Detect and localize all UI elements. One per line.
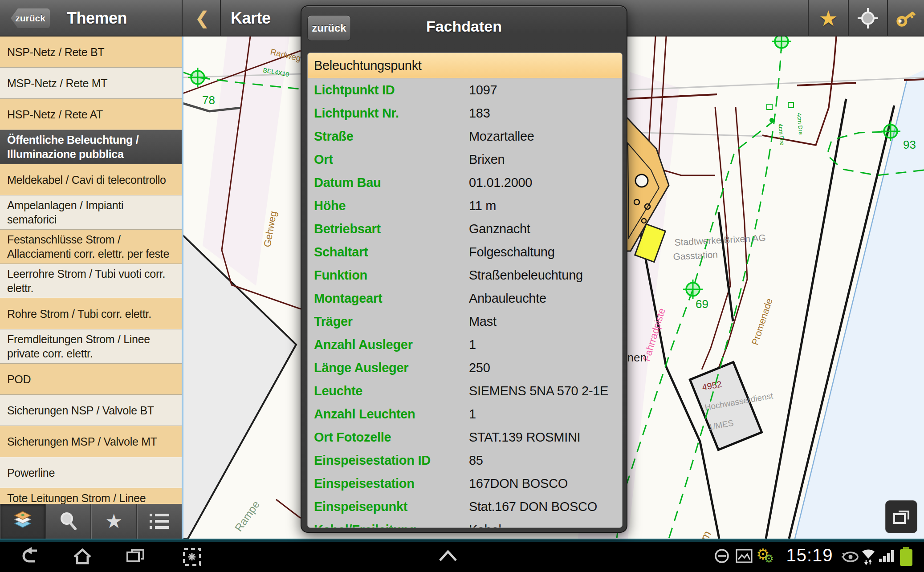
list-tab[interactable] (137, 504, 183, 539)
sidebar-item[interactable]: MSP-Netz / Rete MT (0, 68, 183, 99)
window-mode-button[interactable] (885, 500, 917, 533)
sidebar-item[interactable]: Sicherungen NSP / Valvole BT (0, 395, 183, 426)
map-label-78: 78 (202, 93, 215, 107)
attribute-value: Mast (469, 310, 497, 333)
attribute-value: Mozartallee (469, 125, 534, 148)
attribute-label: Einspeisepunkt (314, 495, 407, 518)
map-back-chevron-icon[interactable]: ❮ (187, 0, 217, 37)
themes-sidebar: NSP-Netz / Rete BT MSP-Netz / Rete MT HS… (0, 37, 183, 539)
app-window-edge (0, 539, 924, 542)
blocking-mode-icon (714, 548, 730, 564)
wifi-status-icon (859, 548, 877, 566)
attribute-value: Straßenbeleuchtung (469, 264, 583, 287)
favorites-button[interactable]: ★ (809, 0, 848, 37)
sidebar-map-divider (182, 37, 183, 539)
sidebar-item[interactable]: Öffentliche Beleuchtung / Illuminazione … (0, 130, 183, 164)
sidebar-item[interactable]: Meldekabel / Cavi di telecontrollo (0, 164, 183, 195)
attribute-label: Anzahl Leuchten (314, 402, 415, 426)
update-gears-icon: ⚙⚙ (756, 544, 777, 568)
recents-nav-icon[interactable] (125, 546, 146, 568)
sidebar-item[interactable]: Fremdleitungen Strom / Linee private cor… (0, 329, 183, 364)
screenshot-image-icon (736, 548, 753, 564)
attribute-row: Träger Mast (308, 310, 622, 333)
sidebar-item-label: Ampelanlagen / Impianti semaforici (7, 198, 175, 227)
key-icon (894, 6, 918, 30)
sidebar-item-label: Rohre Strom / Tubi corr. elettr. (7, 307, 175, 321)
sidebar-item-label: Sicherungen NSP / Valvole BT (7, 403, 175, 418)
sidebar-item[interactable]: HSP-Netz / Rete AT (0, 99, 183, 130)
header-divider (182, 0, 183, 37)
attribute-row: Ort Fotozelle STAT.139 ROSMINI (308, 426, 622, 449)
attribute-value: Anbauleuchte (469, 287, 546, 310)
attribute-row: Montageart Anbauleuchte (308, 287, 622, 310)
feature-type-row: Beleuchtungspunkt (308, 53, 622, 78)
attribute-row: Anzahl Ausleger 1 (308, 333, 622, 356)
attribute-row: Anzahl Leuchten 1 (308, 402, 622, 426)
back-nav-icon[interactable] (21, 546, 42, 568)
sidebar-item[interactable]: Powerline (0, 457, 183, 488)
attribute-row: Einspeisestation 167DON BOSCO (308, 472, 622, 495)
sidebar-item[interactable]: Sicherungen MSP / Valvole MT (0, 426, 183, 457)
smart-stay-eye-icon (840, 548, 859, 564)
attribute-value: Ganznacht (469, 217, 530, 240)
attribute-value: 11 m (469, 194, 496, 217)
login-key-button[interactable] (888, 0, 924, 37)
attribute-value: Stat.167 DON BOSCO (469, 495, 597, 518)
screen-capture-nav-icon[interactable] (181, 546, 203, 568)
attribute-label: Anzahl Ausleger (314, 333, 413, 356)
attribute-row: Länge Ausleger 250 (308, 356, 622, 379)
sidebar-item-label: Leerrohre Strom / Tubi vuoti corr. elett… (7, 267, 175, 295)
sidebar-item-label: Fremdleitungen Strom / Linee private cor… (7, 332, 175, 361)
search-tab[interactable] (46, 504, 92, 539)
dialog-title: Fachdaten (301, 18, 627, 35)
dialog-attributes-panel[interactable]: Beleuchtungspunkt Lichtpunkt ID 1097 Lic… (307, 53, 623, 528)
map-title: Karte (231, 0, 271, 37)
sidebar-toolbar: ★ (0, 504, 183, 539)
attribute-rows: Lichtpunkt ID 1097 Lichtpunkt Nr. 183 St… (308, 78, 622, 528)
expand-chevron-icon[interactable] (437, 548, 459, 564)
attribute-label: Funktion (314, 264, 367, 287)
search-icon (57, 510, 80, 533)
attribute-row: Straße Mozartallee (308, 125, 622, 148)
gps-locate-icon (857, 7, 879, 29)
header-divider (220, 0, 221, 37)
sidebar-item-label: Meldekabel / Cavi di telecontrollo (7, 173, 175, 187)
attribute-row: Betriebsart Ganznacht (308, 217, 622, 240)
attribute-label: Länge Ausleger (314, 356, 408, 379)
attribute-label: Einspeisestation (314, 472, 415, 495)
sidebar-item-label: POD (7, 372, 175, 386)
attribute-label: Leuchte (314, 379, 362, 402)
attribute-label: Betriebsart (314, 217, 381, 240)
layers-icon (10, 510, 35, 533)
sidebar-item-label: HSP-Netz / Rete AT (7, 107, 175, 122)
gps-locate-button[interactable] (849, 0, 887, 37)
attribute-value: 01.01.2000 (469, 171, 532, 194)
sidebar-item-label: MSP-Netz / Rete MT (7, 76, 175, 90)
status-clock: 15:19 (783, 545, 836, 565)
attribute-label: Ort Fotozelle (314, 426, 391, 449)
sidebar-item[interactable]: POD (0, 364, 183, 395)
attribute-row: Höhe 11 m (308, 194, 622, 217)
list-icon (148, 511, 171, 531)
sidebar-item-label: Sicherungen MSP / Valvole MT (7, 434, 175, 449)
attribute-row: Lichtpunkt ID 1097 (308, 78, 622, 101)
sidebar-item[interactable]: Festanschlüsse Strom / Allacciamenti cor… (0, 230, 183, 264)
themes-back-button[interactable]: zurück (11, 8, 50, 28)
attribute-value: 183 (469, 101, 490, 125)
attribute-label: Straße (314, 125, 353, 148)
sidebar-item[interactable]: Rohre Strom / Tubi corr. elettr. (0, 298, 183, 329)
map-label-69: 69 (696, 297, 708, 311)
sidebar-item[interactable]: Leerrohre Strom / Tubi vuoti corr. elett… (0, 264, 183, 298)
attribute-row: Schaltart Folgeschaltung (308, 240, 622, 264)
attribute-row: Lichtpunkt Nr. 183 (308, 101, 622, 125)
attribute-value: SIEMENS 5NA 570 2-1E (469, 379, 608, 402)
favorites-star-icon: ★ (105, 511, 122, 531)
favorites-tab[interactable]: ★ (91, 504, 137, 539)
layers-tab[interactable] (0, 504, 46, 539)
sidebar-item[interactable]: NSP-Netz / Rete BT (0, 37, 183, 68)
star-icon: ★ (818, 6, 838, 31)
attribute-label: Höhe (314, 194, 346, 217)
sidebar-item[interactable]: Ampelanlagen / Impianti semaforici (0, 195, 183, 230)
home-nav-icon[interactable] (72, 546, 93, 568)
attribute-label: Ort (314, 148, 333, 171)
